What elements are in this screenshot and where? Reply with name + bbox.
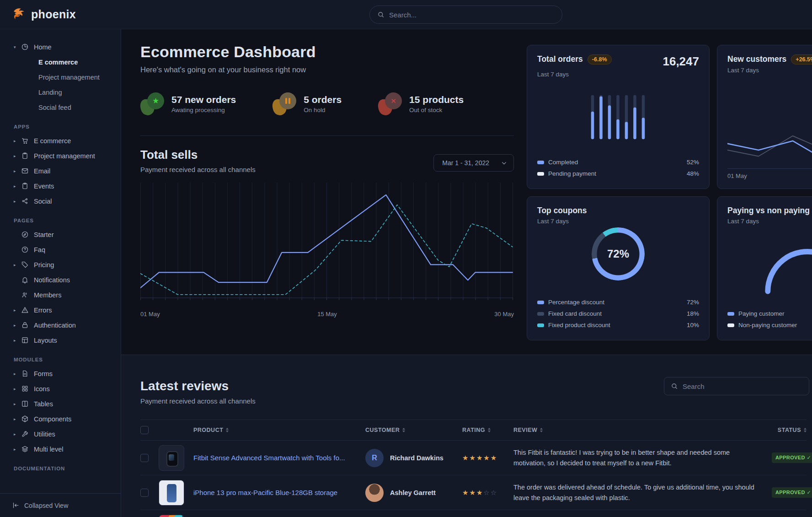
sidebar-item-notifications[interactable]: Notifications — [0, 272, 121, 287]
collapse-icon — [12, 501, 20, 509]
trend-badge: -6.8% — [588, 54, 612, 65]
product-thumbnail[interactable] — [159, 480, 184, 506]
top-navbar: phoenix — [0, 0, 812, 29]
total-orders-value: 16,247 — [662, 54, 699, 69]
sidebar-item-social-feed[interactable]: Social feed — [0, 100, 121, 115]
sort-icon — [226, 428, 229, 432]
latest-reviews-section: Latest reviews Payment received across a… — [121, 355, 812, 517]
brand-name: phoenix — [31, 8, 76, 21]
orders-bar-chart — [537, 78, 699, 156]
card-title: New customers — [727, 54, 786, 64]
stat-caption: On hold — [304, 107, 342, 113]
customers-line-chart: 01 May — [727, 74, 812, 179]
sidebar-item-social[interactable]: ▸ Social — [0, 194, 121, 209]
caret-right-icon: ▸ — [14, 323, 21, 328]
app-root: phoenix ▾ HomeE commerceProject manageme… — [0, 0, 812, 517]
row-checkbox[interactable] — [140, 489, 149, 497]
sidebar-item-components[interactable]: ▸ Components — [0, 411, 121, 426]
sidebar-item-forms[interactable]: ▸ Forms — [0, 366, 121, 381]
donut-center-value: 72% — [592, 227, 645, 280]
sidebar-item-e-commerce[interactable]: ▸ E commerce — [0, 133, 121, 148]
caret-right-icon: ▸ — [14, 372, 21, 376]
legend-swatch — [537, 323, 544, 327]
clipboard-icon — [21, 152, 29, 160]
spark-x-label: 01 May — [727, 172, 812, 179]
column-header-rating[interactable]: RATING — [462, 427, 513, 433]
x-label: 01 May — [140, 311, 160, 318]
product-link[interactable]: Fitbit Sense Advanced Smartwatch with To… — [193, 453, 365, 463]
legend-item: Non-paying customer — [727, 319, 812, 331]
compass-icon — [21, 231, 29, 238]
column-header-review[interactable]: REVIEW — [513, 427, 772, 433]
sidebar-item-project-management[interactable]: Project management — [0, 70, 121, 85]
columns-icon — [21, 400, 29, 408]
top-coupons-card: Top coupons Last 7 days 72% Percentage d… — [527, 196, 710, 340]
stat-value: 5 orders — [304, 94, 342, 105]
legend-swatch — [537, 161, 544, 164]
sidebar-item-tables[interactable]: ▸ Tables — [0, 396, 121, 411]
chevron-down-icon — [501, 160, 507, 166]
sort-icon — [402, 428, 405, 432]
users-icon — [21, 291, 29, 299]
grid-icon — [21, 385, 29, 393]
date-range-select[interactable]: Mar 1 - 31, 2022 — [433, 154, 514, 172]
paying-legend: Paying customer Non-paying customer — [727, 308, 812, 331]
sidebar-item-events[interactable]: ▸ Events — [0, 178, 121, 194]
legend-swatch — [537, 172, 544, 176]
sidebar-item-project-management[interactable]: ▸ Project management — [0, 148, 121, 163]
card-period: Last 7 days — [537, 71, 699, 78]
global-search[interactable] — [369, 5, 562, 24]
brand-logo[interactable]: phoenix — [0, 7, 76, 22]
sidebar-item-faq[interactable]: Faq — [0, 242, 121, 257]
sidebar-item-home[interactable]: ▾ Home — [0, 39, 121, 54]
page-title: Ecommerce Dashboard — [140, 43, 514, 61]
sidebar-item-pricing[interactable]: ▸ Pricing — [0, 257, 121, 272]
tag-icon — [21, 261, 29, 269]
column-header-product[interactable]: PRODUCT — [193, 427, 365, 433]
row-checkbox[interactable] — [140, 454, 149, 462]
total-orders-card: Total orders -6.8% 16,247 Last 7 days Co… — [527, 45, 710, 189]
total-sells-title: Total sells — [140, 148, 256, 162]
sidebar-item-multi-level[interactable]: ▸ Multi level — [0, 442, 121, 457]
review-text: This Fitbit is fantastic! I was trying t… — [513, 447, 772, 468]
reviews-subtitle: Payment received across all channels — [140, 397, 812, 405]
stat-orders-on-hold: 5 orders On hold — [272, 92, 342, 115]
box-icon — [21, 415, 29, 423]
column-header-customer[interactable]: CUSTOMER — [365, 427, 462, 433]
sidebar-item-email[interactable]: ▸ Email — [0, 163, 121, 178]
table-row: iPhone 13 pro max-Pacific Blue-128GB sto… — [140, 475, 807, 510]
sidebar-item-utilities[interactable]: ▸ Utilities — [0, 426, 121, 442]
sidebar-item-errors[interactable]: ▸ Errors — [0, 302, 121, 318]
x-icon: ✕ — [378, 92, 403, 115]
product-link[interactable]: iPhone 13 pro max-Pacific Blue-128GB sto… — [193, 488, 365, 497]
sidebar-item-landing[interactable]: Landing — [0, 85, 121, 100]
sidebar-item-authentication[interactable]: ▸ Authentication — [0, 318, 121, 333]
caret-right-icon: ▸ — [14, 169, 21, 173]
caret-right-icon: ▸ — [14, 417, 21, 421]
sidebar-item-e-commerce[interactable]: E commerce — [0, 54, 121, 70]
stat-out-of-stock: ✕ 15 products Out of stock — [378, 92, 464, 115]
collapse-view-button[interactable]: Collapsed View — [0, 493, 121, 517]
sidebar-section-documentation: DOCUMENTATION — [14, 466, 121, 471]
global-search-input[interactable] — [389, 11, 555, 19]
product-thumbnail[interactable] — [159, 515, 184, 517]
select-all-checkbox[interactable] — [140, 426, 149, 434]
product-thumbnail[interactable] — [159, 445, 184, 471]
legend-swatch — [537, 312, 544, 316]
sidebar-item-starter[interactable]: Starter — [0, 227, 121, 242]
total-sells-chart — [140, 183, 514, 307]
orders-legend: Completed 52% Pending payment 48% — [537, 156, 699, 179]
caret-right-icon: ▸ — [14, 199, 21, 204]
caret-right-icon: ▸ — [14, 432, 21, 436]
reviews-search[interactable] — [664, 377, 809, 395]
reviews-search-input[interactable] — [683, 382, 802, 390]
dashboard-section: Ecommerce Dashboard Here's what's going … — [121, 29, 812, 355]
column-header-status[interactable]: STATUS — [772, 427, 807, 433]
date-range-value: Mar 1 - 31, 2022 — [442, 159, 489, 167]
sidebar-item-layouts[interactable]: ▸ Layouts — [0, 333, 121, 348]
sidebar-item-icons[interactable]: ▸ Icons — [0, 381, 121, 396]
stat-value: 15 products — [409, 94, 464, 105]
avatar[interactable]: R — [365, 449, 384, 467]
sidebar-item-members[interactable]: Members — [0, 287, 121, 302]
avatar[interactable] — [365, 484, 384, 502]
